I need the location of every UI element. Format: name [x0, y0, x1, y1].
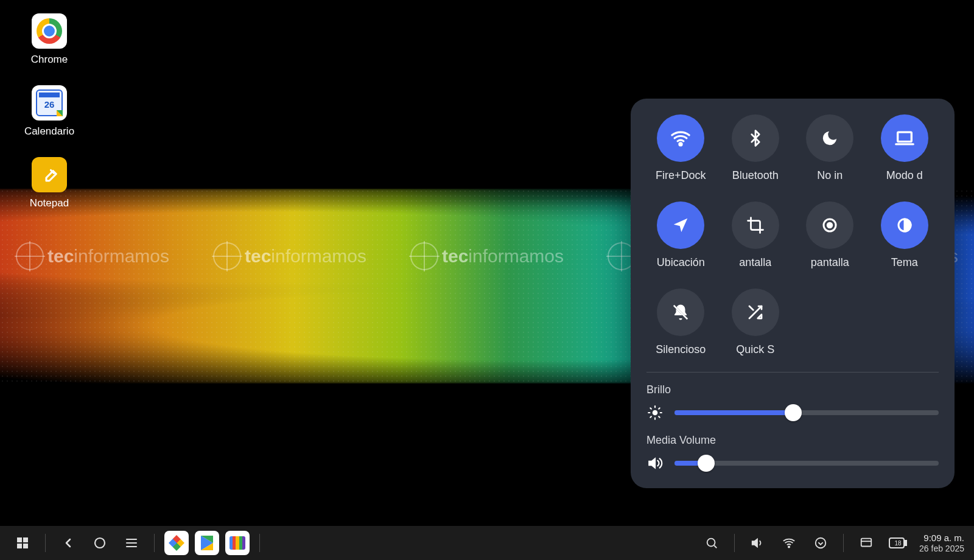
svg-rect-30 — [861, 539, 872, 547]
svg-rect-19 — [17, 544, 22, 548]
play-store-icon — [201, 536, 213, 550]
taskbar-divider — [843, 534, 844, 552]
taskbar-divider — [45, 534, 46, 552]
tile-label: pantalla — [811, 256, 849, 269]
wifi-icon — [657, 114, 704, 162]
taskbar-divider — [154, 534, 155, 552]
shuffle-icon — [732, 289, 779, 336]
svg-point-0 — [679, 143, 682, 145]
moon-icon — [806, 114, 853, 162]
tile-label: Bluetooth — [732, 169, 779, 182]
tile-label: Fire+Dock — [656, 169, 706, 182]
quick-settings-panel: Fire+Dock Bluetooth No in Modo d Ubicaci — [631, 99, 955, 488]
taskbar-clock[interactable]: 9:09 a. m. 26 feb 2025 — [917, 533, 964, 553]
tile-label: Silencioso — [656, 343, 706, 356]
tile-do-not-disturb[interactable]: No in — [796, 114, 864, 182]
desktop-icon-label: Calendario — [24, 125, 74, 138]
bell-off-icon — [657, 289, 704, 336]
record-icon — [806, 201, 853, 249]
tile-screen-record[interactable]: pantalla — [796, 201, 864, 269]
svg-rect-1 — [897, 132, 911, 142]
recents-button[interactable] — [119, 530, 144, 556]
tile-theme[interactable]: Tema — [871, 201, 939, 269]
brightness-label: Brillo — [646, 383, 939, 396]
tile-label: antalla — [739, 256, 771, 269]
brightness-group: Brillo — [646, 383, 939, 421]
volume-icon — [646, 455, 664, 471]
desktop-icon-notepad[interactable]: Notepad — [23, 157, 75, 209]
svg-rect-33 — [905, 541, 906, 545]
tile-location[interactable]: Ubicación — [646, 201, 715, 269]
tile-quick-share[interactable]: Quick S — [721, 289, 790, 356]
tile-silent[interactable]: Silencioso — [646, 289, 715, 356]
contrast-icon — [881, 201, 928, 249]
photos-icon — [169, 535, 184, 551]
svg-line-12 — [650, 408, 651, 409]
files-icon — [229, 536, 245, 550]
taskbar-divider — [259, 534, 260, 552]
volume-group: Media Volume — [646, 434, 939, 471]
tile-label: Modo d — [886, 169, 923, 182]
svg-marker-27 — [752, 539, 757, 547]
calendar-day: 26 — [37, 99, 61, 110]
svg-point-29 — [816, 538, 826, 548]
tray-wifi-button[interactable] — [776, 530, 802, 556]
volume-slider[interactable] — [674, 461, 939, 466]
svg-point-7 — [653, 410, 658, 416]
desktop-icon-chrome[interactable]: Chrome — [23, 13, 75, 66]
svg-rect-18 — [23, 537, 28, 542]
bluetooth-icon — [732, 114, 779, 162]
taskbar-app-files[interactable] — [225, 531, 250, 555]
svg-rect-20 — [23, 544, 28, 548]
svg-point-25 — [707, 539, 715, 547]
tile-bluetooth[interactable]: Bluetooth — [721, 114, 790, 182]
app-launcher-button[interactable] — [10, 530, 35, 556]
brightness-icon — [646, 405, 664, 421]
svg-point-28 — [788, 546, 790, 547]
svg-point-21 — [95, 538, 105, 548]
taskbar: 18 9:09 a. m. 26 feb 2025 — [0, 526, 974, 560]
volume-label: Media Volume — [646, 434, 939, 447]
back-button[interactable] — [55, 530, 81, 556]
battery-day-badge: 18 — [894, 540, 901, 547]
tile-label: Ubicación — [657, 256, 705, 269]
desktop-icons: Chrome 26 Calendario Notepad — [23, 13, 75, 209]
crop-icon — [732, 201, 779, 249]
svg-line-26 — [714, 545, 716, 548]
svg-marker-16 — [649, 458, 655, 467]
tile-label: Tema — [891, 256, 918, 269]
home-button[interactable] — [87, 530, 113, 556]
tile-wifi[interactable]: Fire+Dock — [646, 114, 715, 182]
svg-rect-17 — [17, 537, 22, 542]
tray-quick-settings-button[interactable] — [808, 530, 833, 556]
clock-time: 9:09 a. m. — [919, 533, 964, 543]
tray-notifications-button[interactable] — [853, 530, 879, 556]
calendar-icon: 26 — [32, 85, 67, 121]
laptop-icon — [881, 114, 928, 162]
clock-date: 26 feb 2025 — [919, 544, 964, 553]
chrome-icon — [32, 13, 67, 49]
taskbar-app-photos[interactable] — [164, 531, 189, 555]
svg-line-13 — [659, 416, 660, 418]
location-icon — [657, 201, 704, 249]
tile-label: No in — [817, 169, 843, 182]
quick-tile-grid: Fire+Dock Bluetooth No in Modo d Ubicaci — [646, 114, 939, 356]
tile-desktop-mode[interactable]: Modo d — [871, 114, 939, 182]
brightness-slider[interactable] — [674, 410, 939, 415]
desktop-icon-label: Notepad — [30, 197, 69, 209]
tray-battery-button[interactable]: 18 — [885, 530, 911, 556]
taskbar-app-play-store[interactable] — [195, 531, 219, 555]
tile-label: Quick S — [736, 343, 774, 356]
tray-volume-button[interactable] — [745, 530, 770, 556]
desktop-icon-label: Chrome — [31, 54, 68, 66]
desktop-icon-calendar[interactable]: 26 Calendario — [23, 85, 75, 138]
tile-screenshot[interactable]: antalla — [721, 201, 790, 269]
taskbar-divider — [734, 534, 735, 552]
svg-line-15 — [659, 408, 660, 409]
svg-line-14 — [650, 416, 651, 418]
notepad-icon — [32, 157, 67, 192]
panel-divider — [646, 372, 939, 373]
svg-point-3 — [828, 223, 833, 228]
tray-search-button[interactable] — [699, 530, 724, 556]
